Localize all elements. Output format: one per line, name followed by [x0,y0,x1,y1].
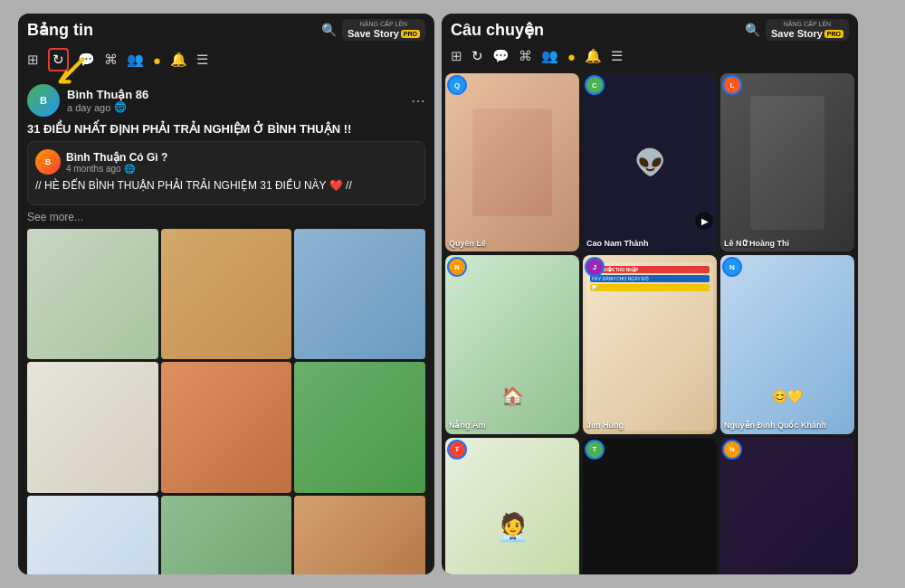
story-card-9[interactable]: ghosted N Nguyễn Đăng Khoa ▶ [720,438,854,574]
pacman-icon-r[interactable]: ● [567,49,576,64]
grid2-icon-r[interactable]: ⌘ [519,48,532,64]
right-panel: Câu chuyện 🔍 NÂNG CẤP LÊN Save Story PRO… [442,14,858,574]
story-bg-6: 😊💛 [720,255,854,433]
post-time: a day ago 🌐 [67,101,411,113]
shared-meta: Bình Thuận Có Gì ? 4 months ago 🌐 [66,151,417,174]
story-bg-9: ghosted [720,438,854,574]
story-card-3[interactable]: L Lê Nữ Hoàng Thi [720,73,854,251]
refresh-icon-r[interactable]: ↻ [472,48,483,64]
post-card: B Bình Thuận 86 a day ago 🌐 ⋯ 31 ĐIỀU NH [18,77,434,574]
story-name-1: Quyên Lê [449,239,486,249]
post-author-name: Bình Thuận 86 [67,88,411,101]
story-name-5: Jim Hùng [586,421,624,431]
story-name-4: Nắng Âm [449,421,486,431]
play-icon-2: ▶ [701,216,709,226]
post-meta: Bình Thuận 86 a day ago 🌐 [67,88,411,113]
shared-text: // HÈ ĐẾN BÌNH THUẬN PHẢI TRẢI NGHIỆM 31… [35,178,417,194]
right-top-bar-right: 🔍 NÂNG CẤP LÊN Save Story PRO [745,19,849,41]
search-icon-right[interactable]: 🔍 [745,23,760,37]
story-avatar-9: N [722,440,742,460]
story-card-5[interactable]: ĐIỀU KIỆN THU NHẬP HÃY DÀNH CHO NGÀY ĐÓ … [583,255,717,433]
friends-icon-r[interactable]: 👥 [541,48,558,64]
bell-icon[interactable]: 🔔 [170,52,187,68]
story-avatar-1: Q [447,75,467,95]
chat-icon-r[interactable]: 💬 [492,48,510,64]
photo-8[interactable] [161,496,292,574]
story-card-7[interactable]: 🧑‍💼 T Tấn Đạt [445,438,579,574]
story-card-2[interactable]: 👽 C Cao Nam Thành ▶ [583,73,717,251]
photo-5[interactable] [161,362,292,493]
post-title: 31 ĐIỀU NHẤT ĐỊNH PHẢI TRẢI NGHIỆM Ở BÌN… [27,122,425,136]
story-bg-4: 🏠 [445,255,579,433]
story-bg-3 [720,73,854,251]
post-header: B Bình Thuận 86 a day ago 🌐 ⋯ [27,84,425,117]
bell-icon-r[interactable]: 🔔 [585,48,602,64]
left-panel-title: Bảng tin [27,20,93,40]
nav-row-left: ⊞ ↻ 💬 ⌘ 👥 ● 🔔 ☰ [18,44,434,77]
upgrade-label-left: NÂNG CẤP LÊN [360,21,407,28]
story-avatar-7: T [447,440,467,460]
stories-content: Q Quyên Lê 👽 C Cao Nam Thành ▶ [442,70,858,574]
save-story-label-right: Save Story PRO [771,28,843,39]
shared-post: B Bình Thuận Có Gì ? 4 months ago 🌐 // H… [27,141,425,205]
photo-7[interactable] [27,496,158,574]
story-name-6: Nguyễn Đình Quốc Khánh [724,421,826,431]
story-name-2: Cao Nam Thành [586,239,649,249]
photo-grid [27,229,425,574]
story-avatar-2: C [585,75,605,95]
grid-icon-r[interactable]: ⊞ [451,48,462,64]
menu-icon-r[interactable]: ☰ [611,48,623,64]
story-bg-8 [583,438,717,574]
shared-avatar: B [35,149,61,175]
story-bg-7: 🧑‍💼 [445,438,579,574]
photo-4[interactable] [27,362,158,493]
story-name-3: Lê Nữ Hoàng Thi [724,239,789,249]
story-card-4[interactable]: 🏠 N Nắng Âm [445,255,579,433]
story-card-8[interactable]: T Trương Tuấn Long ▶ [583,438,717,574]
photo-3[interactable] [294,229,425,360]
feed-content: B Bình Thuận 86 a day ago 🌐 ⋯ 31 ĐIỀU NH [18,77,434,574]
shared-author-name: Bình Thuận Có Gì ? [66,151,417,164]
photo-6[interactable] [294,362,425,493]
story-avatar-8: T [585,440,605,460]
pacman-icon[interactable]: ● [153,52,161,68]
photo-1[interactable] [27,229,158,360]
pro-badge-left: PRO [401,30,420,38]
grid2-icon[interactable]: ⌘ [104,52,118,68]
menu-icon[interactable]: ☰ [196,52,208,68]
chat-icon[interactable]: 💬 [78,52,95,68]
right-panel-title: Câu chuyện [451,20,544,40]
refresh-icon[interactable]: ↻ [48,48,69,71]
upgrade-button-left[interactable]: NÂNG CẤP LÊN Save Story PRO [342,19,425,41]
photo-2[interactable] [161,229,292,360]
story-grid: Q Quyên Lê 👽 C Cao Nam Thành ▶ [445,70,854,574]
shared-post-header: B Bình Thuận Có Gì ? 4 months ago 🌐 [35,149,417,175]
story-bg-1 [445,73,579,251]
left-top-bar: Bảng tin 🔍 NÂNG CẤP LÊN Save Story PRO [18,14,434,44]
see-more-link[interactable]: See more... [27,211,425,223]
right-top-bar: Câu chuyện 🔍 NÂNG CẤP LÊN Save Story PRO [442,14,858,44]
search-icon[interactable]: 🔍 [321,23,337,37]
friends-icon[interactable]: 👥 [127,52,144,68]
post-author-avatar: B [27,84,60,117]
photo-9[interactable] [294,496,425,574]
nav-row-right: ⊞ ↻ 💬 ⌘ 👥 ● 🔔 ☰ [442,44,858,70]
post-more-button[interactable]: ⋯ [411,92,425,109]
left-top-bar-right: 🔍 NÂNG CẤP LÊN Save Story PRO [321,19,425,41]
story-card-6[interactable]: 😊💛 N Nguyễn Đình Quốc Khánh [720,255,854,433]
story-avatar-3: L [722,75,742,95]
shared-time: 4 months ago 🌐 [66,164,417,174]
pro-badge-right: PRO [824,30,843,38]
story-card-1[interactable]: Q Quyên Lê [445,73,579,251]
save-story-label-left: Save Story PRO [348,28,420,39]
story-bg-5: ĐIỀU KIỆN THU NHẬP HÃY DÀNH CHO NGÀY ĐÓ … [583,255,717,433]
upgrade-button-right[interactable]: NÂNG CẤP LÊN Save Story PRO [766,19,849,41]
upgrade-label-right: NÂNG CẤP LÊN [784,21,831,28]
grid-icon[interactable]: ⊞ [27,52,39,68]
